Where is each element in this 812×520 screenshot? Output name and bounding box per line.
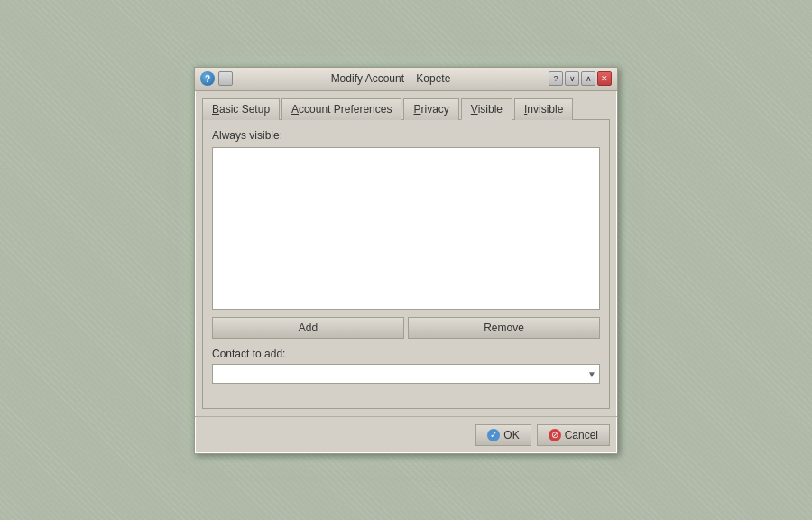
titlebar-extra-btn[interactable]: – <box>218 71 233 86</box>
dialog-footer: ✓ OK ⊘ Cancel <box>195 416 617 453</box>
contact-dropdown[interactable] <box>212 364 600 384</box>
titlebar-left: ? – <box>200 71 233 86</box>
ok-label: OK <box>503 429 519 441</box>
always-visible-label: Always visible: <box>212 129 600 142</box>
maximize-button[interactable]: ∧ <box>581 71 595 86</box>
titlebar-controls: ? ∨ ∧ ✕ <box>549 71 612 86</box>
tab-account-preferences-label: Account Preferences <box>291 103 392 116</box>
tab-basic-setup-label: Basic Setup <box>212 103 270 116</box>
contact-dropdown-wrapper: ▼ <box>212 364 600 384</box>
help-button[interactable]: ? <box>549 71 563 86</box>
tab-privacy[interactable]: Privacy <box>403 98 458 120</box>
app-icon-text: ? <box>205 74 210 84</box>
titlebar: ? – Modify Account – Kopete ? ∨ ∧ ✕ <box>195 68 617 91</box>
dialog-content: Basic Setup Account Preferences Privacy … <box>195 91 617 416</box>
tab-account-preferences[interactable]: Account Preferences <box>281 98 401 120</box>
dialog-window: ? – Modify Account – Kopete ? ∨ ∧ ✕ Basi… <box>194 67 618 454</box>
minimize-button[interactable]: ∨ <box>565 71 579 86</box>
tab-invisible-label: Invisible <box>524 103 563 116</box>
remove-button[interactable]: Remove <box>408 317 600 339</box>
contact-to-add-label: Contact to add: <box>212 348 600 360</box>
tab-basic-setup[interactable]: Basic Setup <box>202 98 280 120</box>
list-buttons: Add Remove <box>212 317 600 339</box>
close-button[interactable]: ✕ <box>597 71 612 86</box>
tab-visible-content: Always visible: Add Remove Contact to ad… <box>202 120 610 409</box>
ok-icon: ✓ <box>487 429 500 441</box>
tab-invisible[interactable]: Invisible <box>514 98 573 120</box>
tab-visible-label: Visible <box>471 103 503 116</box>
app-icon: ? <box>200 71 215 86</box>
tab-privacy-label: Privacy <box>413 103 448 116</box>
window-title: Modify Account – Kopete <box>331 72 451 85</box>
cancel-label: Cancel <box>565 429 598 441</box>
cancel-icon: ⊘ <box>549 429 561 441</box>
cancel-button[interactable]: ⊘ Cancel <box>537 424 610 446</box>
tab-visible[interactable]: Visible <box>461 98 512 120</box>
ok-button[interactable]: ✓ OK <box>475 424 531 446</box>
always-visible-list[interactable] <box>212 147 600 310</box>
tab-bar: Basic Setup Account Preferences Privacy … <box>202 98 610 120</box>
add-button[interactable]: Add <box>212 317 404 339</box>
